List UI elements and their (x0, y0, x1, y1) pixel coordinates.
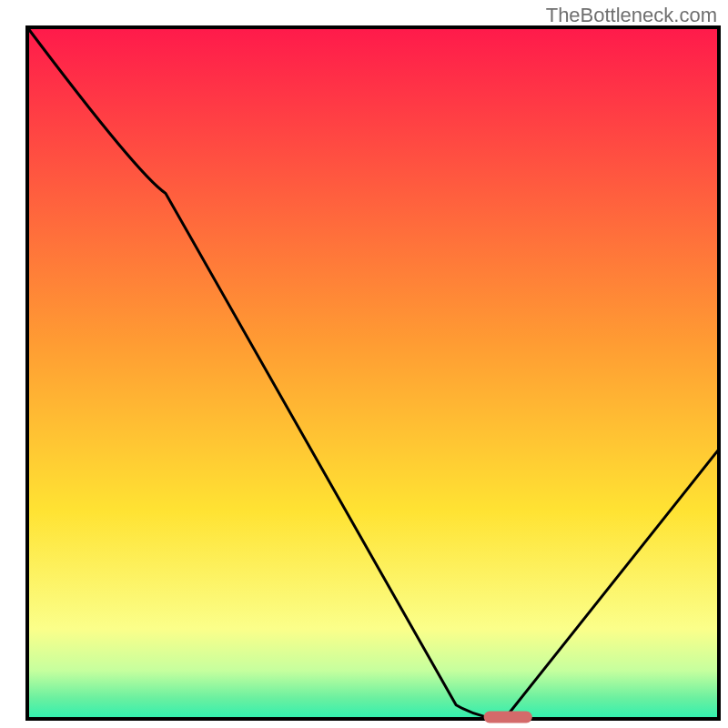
optimal-marker (484, 712, 532, 723)
plot-background (27, 27, 719, 719)
chart-svg (0, 0, 728, 728)
watermark-text: TheBottleneck.com (546, 4, 717, 27)
bottleneck-chart: TheBottleneck.com (0, 0, 728, 728)
